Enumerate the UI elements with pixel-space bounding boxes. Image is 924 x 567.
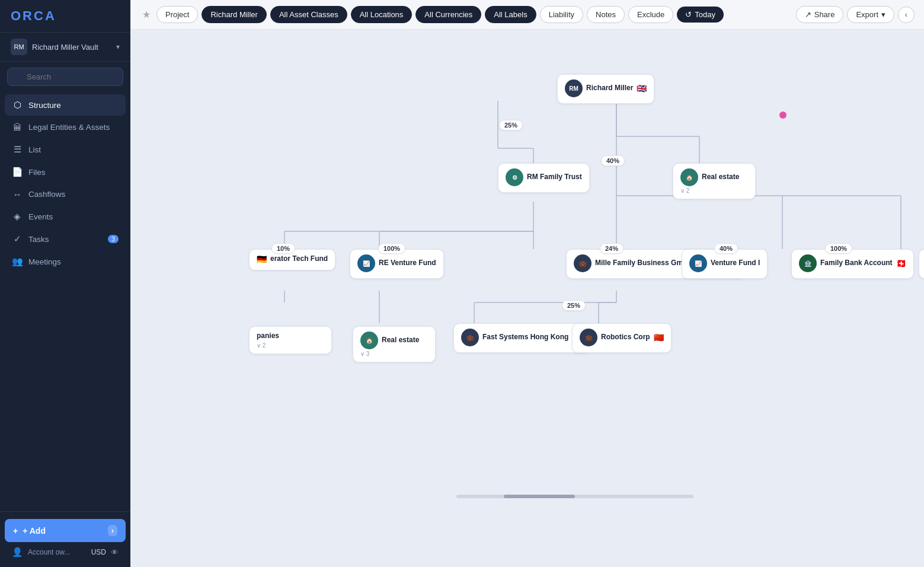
sidebar-footer: + + Add › 👤 Account ow... USD 👁 [0, 511, 130, 567]
cashflows-icon: ↔ [12, 189, 23, 199]
node-richard-miller[interactable]: RM Richard Miller 🇬🇧 [557, 74, 654, 104]
vault-selector[interactable]: RM Richard Miller Vault ▾ [0, 33, 130, 62]
liability-button[interactable]: Liability [540, 6, 583, 23]
node-title-real-estate-2: Real estate [382, 336, 419, 345]
avatar-venture-fund: 📈 [689, 254, 707, 272]
meetings-icon: 👥 [12, 256, 23, 267]
account-row: 👤 Account ow... USD 👁 [5, 542, 126, 560]
expand-real-estate-2[interactable]: ∨ 3 [360, 351, 428, 357]
pct-badge-24-mille: 24% [600, 243, 624, 254]
pct-badge-100-bank: 100% [825, 243, 852, 254]
export-button[interactable]: Export ▾ [847, 6, 894, 23]
account-icon: 👤 [12, 547, 23, 558]
nav-prev-button[interactable]: ‹ [898, 7, 915, 23]
sidebar: ORCA RM Richard Miller Vault ▾ 🔍 ⬡ Struc… [0, 0, 130, 567]
star-button[interactable]: ★ [140, 7, 153, 23]
sidebar-item-label: Cashflows [28, 190, 65, 199]
project-button[interactable]: Project [156, 6, 198, 23]
scrollbar-thumb [504, 495, 575, 498]
node-title-rm-family-trust: RM Family Trust [527, 173, 582, 182]
scrollbar-track[interactable] [456, 495, 693, 498]
add-icon: + [13, 526, 18, 536]
search-input[interactable] [7, 68, 123, 86]
avatar-mille-family: 💼 [574, 254, 592, 272]
share-button[interactable]: ↗ Share [796, 6, 844, 23]
avatar-real-estate-2: 🏠 [360, 332, 378, 349]
avatar-real-estate-1: 🏠 [680, 168, 698, 186]
sidebar-item-list[interactable]: ☰ List [5, 139, 126, 160]
sidebar-item-label: Structure [28, 101, 61, 110]
sidebar-item-tasks[interactable]: ✓ Tasks 3 [5, 228, 126, 250]
flag-richard-miller: 🇬🇧 [637, 84, 647, 93]
pct-badge-100-re-venture: 100% [378, 243, 405, 254]
locations-button[interactable]: All Locations [351, 6, 413, 23]
flag-family-bank: 🇨🇭 [896, 259, 906, 268]
node-real-estate-1[interactable]: 🏠 Real estate ∨ 2 [673, 163, 756, 199]
sidebar-item-events[interactable]: ◈ Events [5, 206, 126, 227]
sidebar-item-cashflows[interactable]: ↔ Cashflows [5, 184, 126, 205]
node-title-companies: panies [257, 332, 279, 341]
legal-entities-icon: 🏛 [12, 122, 23, 132]
export-label: Export [856, 10, 878, 19]
notes-button[interactable]: Notes [587, 6, 625, 23]
node-title-robotics: Robotics Corp [601, 333, 650, 342]
node-title-generator-tech: erator Tech Fund [270, 254, 328, 264]
add-button[interactable]: + + Add › [5, 519, 126, 542]
files-icon: 📄 [12, 167, 23, 177]
sidebar-item-meetings[interactable]: 👥 Meetings [5, 251, 126, 272]
pct-badge-25-robotics: 25% [562, 300, 586, 311]
node-rm-family-trust[interactable]: ⚙ RM Family Trust [498, 163, 590, 193]
node-companies[interactable]: panies ∨ 2 [249, 326, 332, 354]
sidebar-item-label: List [28, 145, 41, 154]
expand-real-estate-1[interactable]: ∨ 2 [680, 187, 748, 194]
sidebar-item-label: Meetings [28, 257, 61, 266]
labels-button[interactable]: All Labels [485, 6, 536, 23]
add-arrow-icon: › [108, 525, 117, 536]
person-filter-button[interactable]: Richard Miller [202, 6, 266, 23]
avatar-rm-family-trust: ⚙ [506, 168, 523, 186]
sidebar-item-legal-entities[interactable]: 🏛 Legal Entities & Assets [5, 117, 126, 138]
avatar-family-bank: 🏦 [799, 254, 817, 272]
vault-icon: RM [11, 39, 27, 55]
chart-area[interactable]: RM Richard Miller 🇬🇧 25% ⚙ RM Family Tru… [130, 30, 924, 567]
toolbar: ★ Project Richard Miller All Asset Class… [130, 0, 924, 30]
nav-menu: ⬡ Structure 🏛 Legal Entities & Assets ☰ … [0, 92, 130, 511]
node-family-bank[interactable]: 🏦 Family Bank Account 🇨🇭 [791, 249, 914, 279]
sidebar-item-files[interactable]: 📄 Files [5, 161, 126, 183]
node-title-re-venture: RE Venture Fund [379, 259, 436, 268]
currencies-button[interactable]: All Currencies [415, 6, 481, 23]
pink-dot [779, 112, 786, 119]
pct-badge-10-tech: 10% [271, 243, 295, 254]
sidebar-item-structure[interactable]: ⬡ Structure [5, 94, 126, 116]
nav-arrows: ‹ [898, 7, 915, 23]
today-button[interactable]: ↺ Today [677, 7, 724, 23]
node-real-estate-2[interactable]: 🏠 Real estate ∨ 3 [353, 326, 436, 362]
add-label: + Add [23, 526, 46, 536]
node-title-richard-miller: Richard Miller [586, 84, 633, 93]
app-logo: ORCA [0, 0, 130, 33]
pct-badge-40-venture: 40% [714, 243, 738, 254]
vault-chevron-icon: ▾ [116, 43, 120, 51]
search-container: 🔍 [0, 62, 130, 92]
main-content: ★ Project Richard Miller All Asset Class… [130, 0, 924, 567]
tasks-badge: 3 [108, 235, 119, 243]
share-icon: ↗ [805, 10, 811, 19]
share-label: Share [814, 10, 835, 19]
node-fast-systems[interactable]: 💼 Fast Systems Hong Kong 🇭🇰 [453, 323, 590, 353]
avatar-re-venture: 📈 [357, 254, 375, 272]
node-title-venture-fund: Venture Fund I [711, 259, 760, 268]
node-robotics[interactable]: 💼 Robotics Corp 🇨🇳 [572, 323, 672, 353]
expand-companies[interactable]: ∨ 2 [257, 342, 324, 349]
account-name: Account ow... [28, 548, 87, 556]
logo-text: ORCA [11, 8, 56, 24]
events-icon: ◈ [12, 211, 23, 222]
exclude-button[interactable]: Exclude [628, 6, 673, 23]
flag-robotics: 🇨🇳 [654, 333, 664, 342]
node-ferrari[interactable]: 🚗 Ferrari [919, 249, 924, 279]
visibility-icon[interactable]: 👁 [111, 548, 119, 557]
node-title-real-estate-1: Real estate [702, 173, 739, 182]
export-chevron-icon: ▾ [881, 10, 885, 19]
sidebar-item-label: Files [28, 168, 46, 177]
node-title-family-bank: Family Bank Account [820, 259, 893, 268]
asset-classes-button[interactable]: All Asset Classes [270, 6, 347, 23]
